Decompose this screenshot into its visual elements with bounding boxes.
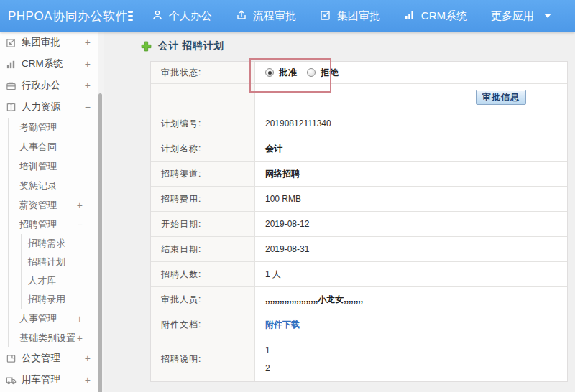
top-nav: 个人办公 流程审批 集团审批 CRM系统: [152, 9, 575, 23]
sidebar-item-crm[interactable]: CRM系统 +: [0, 53, 104, 75]
menu-icon[interactable]: [128, 11, 133, 21]
scrollbar-thumb[interactable]: [98, 93, 102, 392]
row-recruit-description: 招聘说明: 1 2: [151, 337, 567, 381]
radio-approve-label: 批准: [279, 67, 298, 79]
end-date-value: 2019-08-31: [255, 237, 567, 261]
sidebar-item-personnel-mgmt[interactable]: 人事管理 +: [9, 309, 104, 328]
row-recruit-cost: 招聘费用: 100 RMB: [151, 187, 567, 212]
truck-icon: [6, 375, 17, 386]
sidebar-item-recruit-mgmt[interactable]: 招聘管理 −: [9, 215, 104, 234]
expand-toggle[interactable]: +: [85, 80, 91, 91]
sidebar: 集团审批 + CRM系统 + 行政办公 + 人力资源 − 考勤管理: [0, 32, 104, 392]
recruit-cost-value: 100 RMB: [255, 187, 567, 211]
sidebar-item-base-category[interactable]: 基础类别设置 +: [9, 328, 104, 347]
nav-group-approval[interactable]: 集团审批: [320, 9, 380, 23]
row-recruit-channel: 招聘渠道: 网络招聘: [151, 162, 567, 187]
expand-toggle[interactable]: +: [77, 200, 83, 211]
empty-label-cell: [151, 84, 255, 111]
expand-toggle[interactable]: +: [85, 353, 91, 364]
recruit-plan-form: 审批状态: 批准 拒绝 审批信息 计划编号: 20190812111340: [150, 61, 568, 382]
hr-submenu: 考勤管理 人事合同 培训管理 奖惩记录 薪资管理 + 招聘管理 − 招聘需求 招…: [8, 118, 104, 347]
recruit-submenu: 招聘需求 招聘计划 人才库 招聘录用: [21, 234, 104, 309]
row-attachment: 附件文档: 附件下载: [151, 312, 567, 337]
row-headcount: 招聘人数: 1 人: [151, 262, 567, 287]
sidebar-item-salary[interactable]: 薪资管理 +: [9, 195, 104, 215]
sidebar-item-vehicle[interactable]: 用车管理 +: [0, 369, 104, 391]
plus-icon: [141, 41, 152, 52]
book-icon: [6, 102, 17, 113]
row-plan-name: 计划名称: 会计: [151, 136, 567, 162]
sidebar-item-recruit-plan[interactable]: 招聘计划: [22, 253, 104, 271]
expand-toggle[interactable]: +: [85, 58, 91, 70]
radio-reject-label: 拒绝: [321, 67, 339, 79]
chart-icon: [6, 59, 17, 70]
expand-toggle[interactable]: +: [85, 37, 91, 48]
briefcase-icon: [6, 80, 17, 91]
recruit-channel-value: 网络招聘: [255, 162, 567, 186]
flow-icon: [236, 9, 253, 23]
expand-toggle[interactable]: +: [77, 313, 83, 325]
row-approve-button: 审批信息: [151, 84, 567, 111]
row-approvers: 审批人员: ,,,,,,,,,,,,,,,,,,,,,,小龙女,,,,,,,,: [151, 287, 567, 312]
sidebar-item-rewards[interactable]: 奖惩记录: [9, 176, 104, 195]
nav-more-apps[interactable]: 更多应用: [491, 9, 551, 23]
approvers-value: ,,,,,,,,,,,,,,,,,,,,,,小龙女,,,,,,,,: [255, 287, 567, 312]
doc-icon: [6, 353, 17, 364]
row-plan-number: 计划编号: 20190812111340: [151, 111, 567, 136]
expand-toggle[interactable]: +: [77, 332, 83, 344]
sidebar-scrollbar[interactable]: [98, 32, 104, 392]
attachment-download-link[interactable]: 附件下载: [265, 319, 300, 331]
description-line: 1: [265, 342, 270, 360]
approval-radio-group: 批准 拒绝: [265, 67, 349, 79]
sidebar-item-group-approval[interactable]: 集团审批 +: [0, 32, 104, 53]
approval-info-button[interactable]: 审批信息: [476, 90, 526, 105]
plan-number-value: 20190812111340: [255, 111, 567, 136]
expand-toggle[interactable]: +: [85, 374, 91, 386]
edit-icon: [320, 9, 337, 23]
sidebar-item-admin-office[interactable]: 行政办公 +: [0, 75, 104, 96]
row-start-date: 开始日期: 2019-08-12: [151, 212, 567, 237]
sidebar-item-hr[interactable]: 人力资源 −: [0, 96, 104, 118]
headcount-value: 1 人: [255, 262, 567, 286]
sidebar-item-training[interactable]: 培训管理: [9, 157, 104, 176]
main-content: 会计 招聘计划 审批状态: 批准 拒绝 审批信息 计划编号:: [105, 32, 575, 392]
sidebar-item-hr-contract[interactable]: 人事合同: [9, 137, 104, 157]
description-line: 2: [265, 360, 270, 378]
top-header: PHPOA协同办公软件 个人办公 流程审批: [0, 0, 575, 32]
nav-crm-system[interactable]: CRM系统: [404, 9, 467, 23]
radio-approve[interactable]: [265, 68, 274, 77]
chart-icon: [404, 9, 421, 23]
radio-reject[interactable]: [307, 68, 316, 77]
plan-name-value: 会计: [255, 136, 567, 161]
sidebar-item-recruit-hire[interactable]: 招聘录用: [22, 290, 104, 309]
page-title: 会计 招聘计划: [141, 39, 224, 52]
edit-icon: [6, 37, 17, 48]
start-date-value: 2019-08-12: [255, 212, 567, 236]
row-end-date: 结束日期: 2019-08-31: [151, 237, 567, 262]
nav-workflow-approval[interactable]: 流程审批: [236, 9, 296, 23]
person-icon: [152, 9, 169, 23]
sidebar-item-documents[interactable]: 公文管理 +: [0, 347, 104, 369]
sidebar-item-attendance[interactable]: 考勤管理: [9, 118, 104, 137]
collapse-toggle[interactable]: −: [77, 219, 83, 230]
field-label: 审批状态:: [151, 62, 255, 83]
caret-down-icon: [544, 14, 551, 18]
sidebar-item-talent-pool[interactable]: 人才库: [22, 271, 104, 290]
collapse-toggle[interactable]: −: [85, 101, 91, 113]
row-approval-status: 审批状态: 批准 拒绝: [151, 62, 567, 84]
nav-personal-office[interactable]: 个人办公: [152, 9, 212, 23]
app-logo: PHPOA协同办公软件: [0, 8, 128, 24]
sidebar-item-recruit-demand[interactable]: 招聘需求: [22, 234, 104, 253]
